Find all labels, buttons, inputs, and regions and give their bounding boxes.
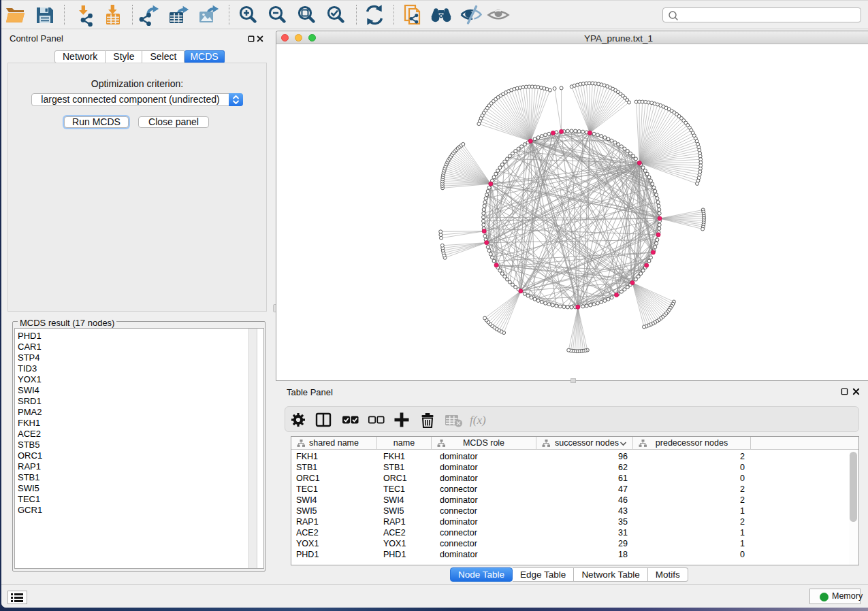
svg-text:f(x): f(x) <box>470 414 486 427</box>
